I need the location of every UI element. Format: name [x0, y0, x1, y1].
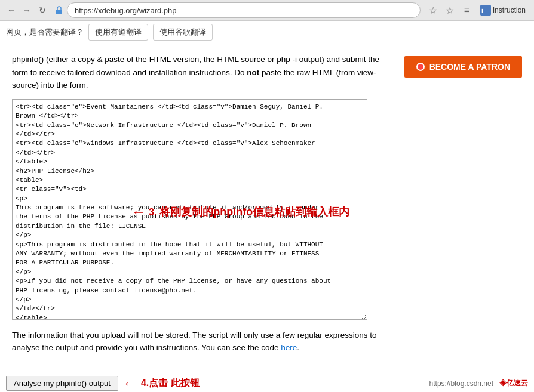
phpinfo-textarea[interactable]: <tr><td class="e">Event Maintainers </td… [12, 99, 367, 320]
patron-circle-icon [416, 63, 425, 71]
page-content: phpinfo() (either a copy & paste of the … [0, 44, 534, 371]
svg-rect-0 [56, 10, 62, 14]
extension-tab: i instruction [477, 4, 529, 17]
content-with-sidebar: phpinfo() (either a copy & paste of the … [12, 53, 522, 362]
footer-step-label: 4.点击 [141, 378, 171, 388]
footer-annotation: Analyse my phpinfo() output ← 4.点击 此按钮 [6, 376, 200, 391]
become-patron-button[interactable]: BECOME A PATRON [404, 56, 522, 78]
svg-text:i: i [481, 7, 483, 14]
browser-actions: ☆ ☆ ≡ [426, 4, 473, 17]
bottom-text-1: The information that you upload will not… [12, 331, 377, 353]
browser-chrome: ← → ↻ ☆ ☆ ≡ i instruction [0, 0, 534, 21]
main-content: phpinfo() (either a copy & paste of the … [12, 53, 392, 362]
textarea-annotation-container: <tr><td class="e">Event Maintainers </td… [12, 99, 367, 322]
bookmark-button[interactable]: ☆ [426, 4, 440, 17]
extension-icon: i [480, 5, 491, 16]
google-translate-button[interactable]: 使用谷歌翻译 [153, 24, 213, 41]
youdao-translate-button[interactable]: 使用有道翻译 [88, 24, 148, 41]
url-bar[interactable] [67, 2, 421, 18]
analyse-button[interactable]: Analyse my phpinfo() output [6, 376, 118, 391]
yiyun-logo: ◈亿速云 [499, 378, 528, 388]
intro-paragraph: phpinfo() (either a copy & paste of the … [12, 53, 392, 92]
footer-step-text: 4.点击 此按钮 [141, 377, 200, 390]
footer-url: https://blog.csdn.net [429, 379, 493, 388]
menu-button[interactable]: ≡ [460, 4, 473, 17]
here-link[interactable]: here [281, 343, 297, 352]
security-icon [55, 6, 63, 14]
translation-prompt: 网页，是否需要翻译？ [6, 27, 84, 38]
footer-click-label: 此按钮 [171, 378, 200, 388]
browser-toolbar: ← → ↻ ☆ ☆ ≡ i instruction [0, 0, 534, 20]
footer-right: https://blog.csdn.net ◈亿速云 [429, 378, 528, 388]
reload-button[interactable]: ↻ [36, 4, 49, 17]
bottom-paragraph: The information that you upload will not… [12, 329, 392, 354]
bookmark2-button[interactable]: ☆ [443, 4, 456, 17]
footer-arrow-icon: ← [123, 376, 136, 391]
browser-title-label: instruction [493, 6, 526, 14]
bottom-text-2: . [297, 343, 299, 352]
nav-buttons: ← → ↻ [5, 4, 49, 17]
patron-section: BECOME A PATRON [404, 53, 522, 78]
intro-bold: not [247, 68, 259, 77]
forward-button[interactable]: → [20, 4, 33, 17]
patron-btn-label: BECOME A PATRON [429, 62, 510, 72]
page-footer: Analyse my phpinfo() output ← 4.点击 此按钮 h… [0, 371, 534, 392]
back-button[interactable]: ← [5, 4, 18, 17]
translation-bar: 网页，是否需要翻译？ 使用有道翻译 使用谷歌翻译 [0, 21, 534, 44]
